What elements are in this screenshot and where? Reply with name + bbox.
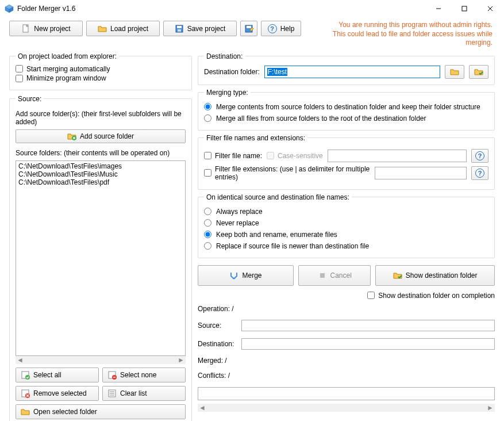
add-source-folder-button[interactable]: Add source folder (16, 129, 186, 143)
filter-extensions-input[interactable] (375, 167, 467, 179)
cancel-button[interactable]: Cancel (298, 265, 371, 286)
select-all-icon (21, 370, 30, 380)
open-destination-button[interactable] (469, 65, 488, 79)
remove-selected-button[interactable]: Remove selected (16, 386, 99, 401)
show-destination-button[interactable]: Show destination folder (375, 265, 495, 286)
open-selected-folder-button[interactable]: Open selected folder (16, 404, 186, 419)
svg-rect-31 (320, 273, 325, 278)
save-project-button[interactable]: Save project (163, 21, 237, 36)
filter-ext-help-button[interactable]: ? (471, 166, 488, 180)
filter-name-checkbox[interactable]: Filter file name: (204, 152, 262, 160)
maximize-button[interactable] (451, 1, 477, 17)
folder-add-icon (67, 132, 76, 141)
destination-folder-input[interactable]: F:\test (264, 66, 440, 78)
titlebar: Folder Merger v1.6 (0, 0, 504, 17)
merged-label: Merged: / (198, 357, 227, 365)
svg-rect-11 (178, 29, 181, 32)
select-none-icon (107, 370, 117, 380)
browse-destination-button[interactable] (445, 65, 464, 79)
close-button[interactable] (477, 1, 503, 17)
never-replace-radio[interactable]: Never replace (204, 217, 488, 229)
new-project-button[interactable]: New project (9, 21, 83, 36)
minimize-button[interactable] (425, 1, 451, 17)
select-all-button[interactable]: Select all (16, 368, 99, 382)
app-icon (5, 4, 14, 13)
remove-icon (21, 389, 30, 398)
always-replace-radio[interactable]: Always replace (204, 206, 488, 217)
svg-rect-4 (462, 6, 467, 11)
source-list-hint: Source folders: (their contents will be … (16, 149, 186, 157)
merge-flatten-radio[interactable]: Merge all files from source folders to t… (204, 113, 488, 124)
replace-if-newer-radio[interactable]: Replace if source file is newer than des… (204, 240, 488, 252)
destination-label: Destination folder: (204, 68, 260, 76)
load-project-button[interactable]: Load project (86, 21, 160, 36)
help-icon: ? (268, 24, 277, 33)
source-folders-list[interactable]: C:\NetDownload\TestFiles\images C:\NetDo… (16, 160, 186, 356)
destination-status-label: Destination: (198, 340, 238, 348)
folder-icon (450, 67, 459, 76)
filter-name-help-button[interactable]: ? (471, 149, 488, 163)
merging-type-group: Merging type: Merge contents from source… (198, 89, 495, 131)
case-sensitive-checkbox[interactable]: Case-sensitive (267, 152, 323, 160)
select-none-button[interactable]: Select none (102, 368, 186, 382)
merge-button[interactable]: Merge (198, 265, 294, 286)
new-file-icon (21, 24, 30, 33)
save-as-button[interactable] (240, 21, 257, 36)
conflicts-label: Conflicts: / (198, 372, 230, 380)
help-icon: ? (475, 151, 484, 160)
keep-both-radio[interactable]: Keep both and rename, enumerate files (204, 229, 488, 240)
add-source-hint: Add source folder(s): (their first-level… (16, 110, 186, 126)
help-icon: ? (475, 169, 484, 178)
filter-name-input[interactable] (328, 150, 467, 162)
minimize-window-checkbox[interactable]: Minimize program window (16, 74, 106, 82)
window-title: Folder Merger v1.6 (17, 5, 425, 13)
merge-keep-structure-radio[interactable]: Merge contents from source folders to de… (204, 101, 488, 113)
clear-icon (107, 389, 117, 398)
filter-extensions-checkbox[interactable]: Filter file extensions: (use | as delimi… (204, 165, 370, 181)
conflicts-log[interactable] (198, 387, 495, 400)
admin-warning: You are running this program without adm… (305, 21, 495, 48)
list-item[interactable]: C:\NetDownload\TestFiles\Music (17, 170, 184, 178)
list-item[interactable]: C:\NetDownload\TestFiles\images (17, 162, 184, 170)
save-as-icon (244, 24, 253, 33)
destination-group: Destination: Destination folder: F:\test (198, 52, 495, 85)
folder-check-icon (393, 271, 402, 280)
svg-rect-13 (247, 26, 251, 28)
destination-status-field (241, 338, 495, 350)
explorer-group: On project loaded from explorer: Start m… (9, 52, 192, 90)
stop-icon (318, 271, 327, 280)
identical-names-group: On identical source and destination file… (198, 193, 495, 258)
show-on-completion-checkbox[interactable]: Show destination folder on completion (367, 292, 495, 300)
source-group: Source: Add source folder(s): (their fir… (9, 95, 192, 421)
merge-icon (229, 271, 238, 280)
source-status-field (241, 320, 495, 331)
source-status-label: Source: (198, 322, 238, 330)
filter-group: Filter file names and extensions: Filter… (198, 134, 495, 190)
list-scrollbar[interactable]: ◄► (16, 356, 186, 364)
list-item[interactable]: C:\NetDownload\TestFiles\pdf (17, 178, 184, 186)
save-icon (175, 24, 184, 33)
clear-list-button[interactable]: Clear list (102, 386, 186, 401)
operation-label: Operation: / (198, 305, 234, 313)
log-scrollbar[interactable]: ◄► (198, 404, 495, 412)
svg-rect-10 (177, 26, 182, 28)
folder-check-icon (474, 67, 483, 76)
start-auto-checkbox[interactable]: Start merging automatically (16, 65, 110, 73)
folder-icon (21, 407, 30, 416)
folder-open-icon (98, 24, 107, 33)
help-button[interactable]: ? Help (261, 21, 301, 36)
